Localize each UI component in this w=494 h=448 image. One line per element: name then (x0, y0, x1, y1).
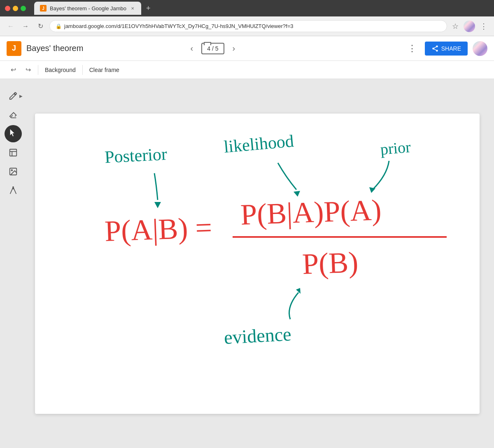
address-bar: ← → ↻ 🔒 jamboard.google.com/d/1E1OVYh5hH… (0, 16, 494, 36)
back-button[interactable]: ← (5, 21, 16, 32)
url-text: jamboard.google.com/d/1E1OVYh5hHVabTWYTc… (64, 23, 293, 29)
svg-text:P(A|B) =: P(A|B) = (104, 211, 213, 247)
left-toolbar: ▶ (0, 79, 26, 448)
clear-frame-button[interactable]: Clear frame (86, 65, 123, 75)
select-tool-button[interactable] (5, 125, 22, 142)
share-button[interactable]: SHARE (425, 42, 468, 56)
svg-point-4 (11, 169, 12, 171)
svg-text:Posterior: Posterior (104, 144, 168, 167)
background-button[interactable]: Background (42, 65, 79, 75)
forward-button[interactable]: → (20, 21, 31, 32)
whiteboard-svg: Posterior likelihood prior (35, 114, 480, 414)
main-content: ▶ (0, 79, 494, 448)
fullscreen-window-button[interactable] (21, 6, 26, 11)
close-window-button[interactable] (5, 6, 10, 11)
lock-icon: 🔒 (56, 23, 62, 29)
frame-display: 4 / 5 (207, 45, 218, 52)
next-frame-button[interactable]: › (229, 42, 239, 55)
app-header: J Bayes' theorem ‹ 4 / 5 › ⋮ SHARE (0, 36, 494, 61)
reload-button[interactable]: ↻ (35, 21, 46, 32)
whiteboard[interactable]: Posterior likelihood prior (35, 114, 480, 414)
pen-tool-arrow: ▶ (19, 94, 23, 98)
svg-text:prior: prior (380, 138, 412, 158)
profile-avatar[interactable] (464, 21, 475, 32)
app-title: Bayes' theorem (26, 44, 182, 53)
undo-button[interactable]: ↩ (7, 63, 20, 77)
pen-tool-container: ▶ (5, 87, 22, 104)
toolbar: ↩ ↪ Background Clear frame (0, 61, 494, 79)
tab-title: Bayes' theorem - Google Jambo (50, 5, 126, 12)
sticky-note-tool-button[interactable] (5, 144, 22, 161)
svg-rect-0 (10, 149, 17, 156)
app-profile-avatar[interactable] (473, 41, 487, 56)
traffic-lights (5, 6, 26, 11)
svg-text:likelihood: likelihood (223, 131, 295, 156)
app-logo: J (7, 41, 21, 56)
svg-text:P(B): P(B) (302, 246, 359, 281)
tab-favicon: J (40, 5, 47, 12)
minimize-window-button[interactable] (13, 6, 18, 11)
new-tab-button[interactable]: + (144, 4, 152, 13)
svg-marker-7 (154, 202, 161, 208)
redo-button[interactable]: ↪ (21, 63, 35, 77)
frame-indicator: 4 / 5 (201, 43, 224, 54)
browser-titlebar: J Bayes' theorem - Google Jambo ✕ + (0, 0, 494, 16)
logo-letter: J (12, 44, 16, 53)
tab-close-button[interactable]: ✕ (130, 5, 135, 11)
share-label: SHARE (441, 45, 461, 52)
eraser-tool-button[interactable] (5, 106, 22, 123)
active-tab[interactable]: J Bayes' theorem - Google Jambo ✕ (34, 2, 141, 15)
svg-marker-9 (294, 191, 300, 197)
url-bar[interactable]: 🔒 jamboard.google.com/d/1E1OVYh5hHVabTWY… (49, 20, 447, 32)
bookmark-button[interactable]: ☆ (450, 20, 460, 32)
toolbar-separator-1 (38, 65, 38, 75)
laser-tool-button[interactable] (5, 182, 22, 199)
toolbar-separator-2 (82, 65, 83, 75)
tab-bar: J Bayes' theorem - Google Jambo ✕ + (34, 2, 489, 15)
svg-text:evidence: evidence (224, 323, 292, 348)
svg-text:P(B|A)P(A): P(B|A)P(A) (240, 193, 382, 231)
whiteboard-area: Posterior likelihood prior (0, 79, 494, 448)
browser-more-button[interactable]: ⋮ (478, 20, 489, 32)
prev-frame-button[interactable]: ‹ (187, 42, 197, 55)
svg-point-5 (13, 187, 14, 188)
app-more-button[interactable]: ⋮ (404, 42, 420, 56)
share-icon (431, 45, 439, 52)
image-tool-button[interactable] (5, 163, 22, 180)
